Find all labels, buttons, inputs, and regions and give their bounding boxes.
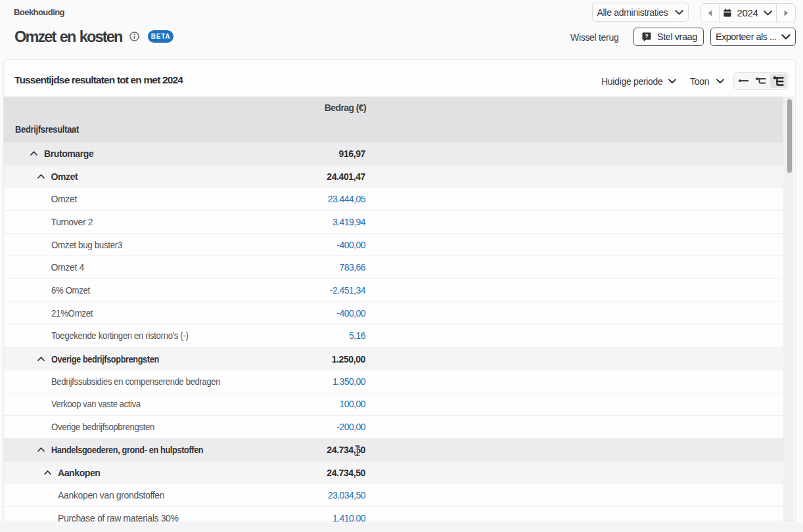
svg-text:?: ?: [645, 33, 649, 39]
